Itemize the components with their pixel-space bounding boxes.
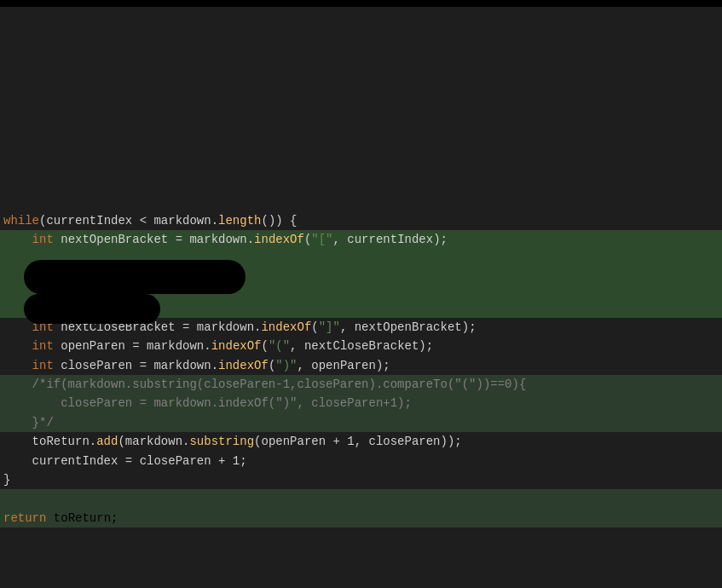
- code-line-comment1: /*if(markdown.substring(closeParen-1,clo…: [0, 375, 722, 394]
- top-bar: [0, 0, 722, 7]
- code-container: while(currentIndex < markdown.length()) …: [0, 0, 722, 588]
- code-line-int1: int nextOpenBracket = markdown.indexOf("…: [0, 230, 722, 249]
- code-line-return: return toReturn;: [0, 509, 722, 527]
- code-line-openparen: int openParen = markdown.indexOf("(", ne…: [0, 337, 722, 355]
- code-line-comment2: closeParen = markdown.indexOf(")", close…: [0, 394, 722, 412]
- code-line-close: }: [0, 470, 722, 489]
- code-line-add: toReturn.add(markdown.substring(openPare…: [0, 432, 722, 451]
- code-line-while: while(currentIndex < markdown.length()) …: [0, 211, 722, 230]
- code-line-currentindex: currentIndex = closeParen + 1;: [0, 452, 722, 470]
- code-line-closeparen: int closeParen = markdown.indexOf(")", o…: [0, 356, 722, 375]
- code-line-comment3: }*/: [0, 413, 722, 432]
- redaction-blob-2: [24, 294, 160, 324]
- code-line-empty: [0, 489, 722, 508]
- redaction-blob-1: [24, 260, 245, 294]
